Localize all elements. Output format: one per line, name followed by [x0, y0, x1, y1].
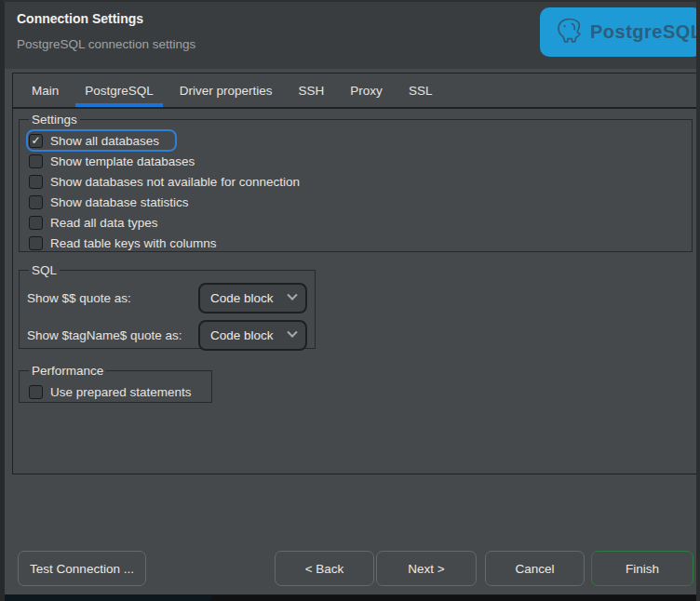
checkbox-row-show-all-databases[interactable]: ✓ Show all databases — [27, 130, 176, 151]
sql-row-tagname-quote: Show $tagName$ quote as: Code block — [27, 316, 307, 354]
dropdown-selected-value: Code block — [210, 291, 274, 305]
dialog-title: Connection Settings — [17, 11, 143, 26]
tab-ssl[interactable]: SSL — [396, 73, 446, 107]
checkbox-row-show-database-statistics[interactable]: Show database statistics — [27, 192, 684, 212]
tab-ssh[interactable]: SSH — [286, 73, 338, 107]
dollar-quote-dropdown[interactable]: Code block — [198, 283, 307, 314]
next-button[interactable]: Next > — [376, 551, 477, 586]
test-connection-button[interactable]: Test Connection ... — [18, 551, 146, 586]
back-button[interactable]: < Back — [275, 551, 374, 586]
checkbox-use-prepared-statements[interactable] — [29, 385, 43, 399]
dialog-subtitle: PostgreSQL connection settings — [17, 37, 195, 51]
tab-bar: Main PostgreSQL Driver properties SSH Pr… — [12, 73, 698, 108]
tagname-quote-label: Show $tagName$ quote as: — [27, 328, 182, 342]
checkbox-row-read-all-data-types[interactable]: Read all data types — [27, 212, 684, 233]
checkbox-label: Use prepared statements — [50, 385, 192, 399]
postgresql-banner: PostgreSQL — [540, 7, 700, 57]
tab-main[interactable]: Main — [19, 73, 72, 107]
performance-group-legend: Performance — [29, 364, 106, 378]
cancel-button[interactable]: Cancel — [485, 551, 585, 586]
settings-group-legend: Settings — [29, 113, 80, 127]
checkbox-label: Show template databases — [50, 154, 195, 168]
checkbox-show-template-databases[interactable] — [29, 154, 43, 168]
chevron-down-icon — [287, 290, 297, 300]
dialog-header: Connection Settings PostgreSQL connectio… — [5, 2, 696, 69]
performance-group: Performance Use prepared statements — [19, 364, 212, 403]
sql-row-dollar-quote: Show $$ quote as: Code block — [27, 279, 307, 316]
background-window-corner — [209, 595, 700, 601]
sql-group: SQL Show $$ quote as: Code block Show $t… — [19, 263, 316, 349]
checkbox-label: Show databases not available for connect… — [50, 175, 300, 189]
tab-content-panel: Settings ✓ Show all databases Show templ… — [12, 108, 698, 474]
checkbox-row-read-table-keys[interactable]: Read table keys with columns — [27, 233, 684, 253]
dropdown-selected-value: Code block — [210, 328, 274, 342]
checkbox-label: Read all data types — [50, 216, 158, 230]
tagname-quote-dropdown[interactable]: Code block — [198, 320, 307, 351]
checkbox-row-show-unavailable-databases[interactable]: Show databases not available for connect… — [27, 171, 684, 192]
background-window-scrollbar — [0, 95, 4, 143]
finish-button[interactable]: Finish — [591, 551, 693, 586]
connection-settings-dialog: Connection Settings PostgreSQL connectio… — [0, 0, 700, 601]
dollar-quote-label: Show $$ quote as: — [27, 291, 131, 305]
checkbox-show-unavailable-databases[interactable] — [29, 175, 43, 189]
postgresql-logo-text: PostgreSQL — [590, 21, 700, 43]
checkbox-label: Read table keys with columns — [50, 236, 217, 250]
tab-driver-properties[interactable]: Driver properties — [167, 73, 286, 107]
sql-group-legend: SQL — [29, 263, 60, 277]
settings-group: Settings ✓ Show all databases Show templ… — [19, 113, 693, 252]
checkbox-show-all-databases[interactable]: ✓ — [29, 134, 43, 148]
chevron-down-icon — [287, 327, 297, 338]
background-window-strip — [0, 594, 700, 601]
postgresql-elephant-icon — [553, 15, 585, 50]
checkbox-label: Show database statistics — [50, 195, 189, 209]
checkbox-row-show-template-databases[interactable]: Show template databases — [27, 151, 684, 171]
background-window-edge — [0, 35, 4, 48]
checkbox-label: Show all databases — [50, 134, 159, 148]
checkbox-row-use-prepared-statements[interactable]: Use prepared statements — [27, 381, 204, 402]
dialog-button-bar: Test Connection ... < Back Next > Cancel… — [5, 551, 696, 586]
tab-proxy[interactable]: Proxy — [337, 73, 396, 107]
tab-postgresql[interactable]: PostgreSQL — [72, 73, 167, 107]
checkbox-show-database-statistics[interactable] — [29, 195, 43, 209]
checkbox-read-all-data-types[interactable] — [29, 216, 43, 230]
checkbox-read-table-keys[interactable] — [29, 236, 43, 250]
